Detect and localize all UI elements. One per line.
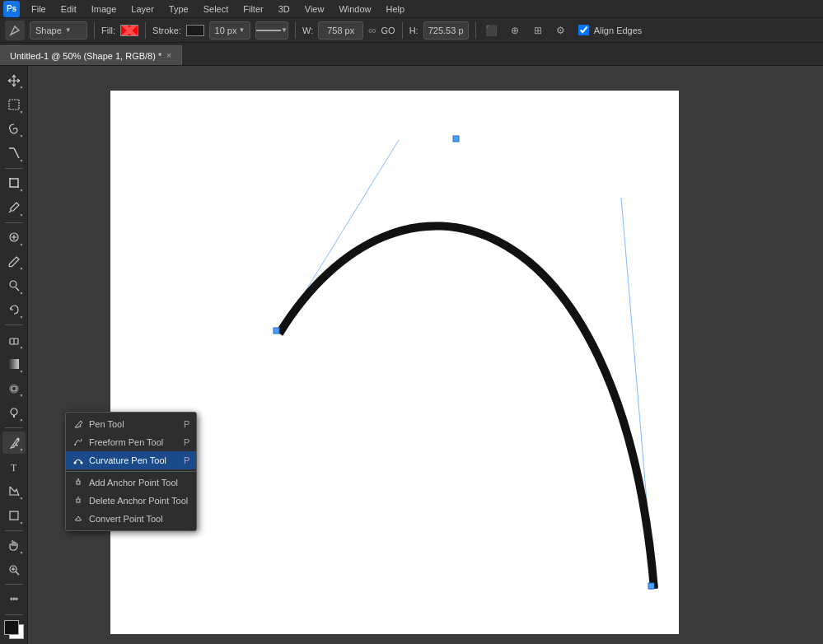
brush-tool-btn[interactable]: ▼ xyxy=(2,250,26,273)
corner-arrow: ▼ xyxy=(20,110,24,114)
svg-rect-31 xyxy=(77,481,80,484)
convert-point-menu-item[interactable]: Convert Point Tool xyxy=(66,510,196,528)
menu-type[interactable]: Type xyxy=(162,2,195,16)
svg-line-24 xyxy=(621,198,654,589)
svg-rect-25 xyxy=(274,328,279,334)
corner-arrow: ▼ xyxy=(20,393,24,398)
crop-tool-btn[interactable]: ▼ xyxy=(2,172,26,194)
corner-arrow: ▼ xyxy=(20,188,24,193)
stroke-style-picker[interactable]: ▼ xyxy=(255,21,288,40)
freeform-pen-icon xyxy=(72,436,84,448)
svg-rect-34 xyxy=(77,499,80,502)
align-edges-label[interactable]: Align Edges xyxy=(594,26,643,35)
eraser-tool-btn[interactable]: ▼ xyxy=(2,329,26,351)
context-menu: Pen Tool P Freeform Pen Tool P Curvature… xyxy=(65,412,197,531)
additional-options-btn[interactable]: ⚙ xyxy=(552,21,570,40)
gradient-tool-btn[interactable]: ▼ xyxy=(2,353,26,376)
menu-help[interactable]: Help xyxy=(380,2,412,16)
corner-arrow: ▼ xyxy=(20,520,24,525)
corner-arrow: ▼ xyxy=(20,447,24,452)
dodge-tool-btn[interactable]: ▼ xyxy=(2,401,26,423)
svg-line-4 xyxy=(9,211,11,212)
menu-window[interactable]: Window xyxy=(332,2,377,16)
foreground-color-box[interactable] xyxy=(4,620,19,635)
magic-wand-tool-btn[interactable]: ▼ xyxy=(2,142,26,164)
svg-rect-18 xyxy=(10,511,18,520)
pen-tool-menu-item[interactable]: Pen Tool P xyxy=(66,415,196,433)
svg-line-20 xyxy=(16,572,19,575)
corner-arrow: ▼ xyxy=(20,550,24,555)
width-value[interactable]: 758 px xyxy=(318,21,363,40)
options-sep-1 xyxy=(94,22,95,39)
link-dimensions-icon[interactable]: ∞ xyxy=(368,24,376,36)
pen-tool-btn[interactable]: ▼ xyxy=(2,432,26,454)
corner-arrow: ▼ xyxy=(20,418,24,422)
menu-file[interactable]: File xyxy=(25,2,53,16)
curvature-pen-menu-item[interactable]: Curvature Pen Tool P xyxy=(66,451,196,469)
more-tools-btn[interactable]: ••• xyxy=(2,588,26,610)
pen-icon xyxy=(72,418,84,430)
menu-select[interactable]: Select xyxy=(197,2,236,16)
menu-edit[interactable]: Edit xyxy=(54,2,83,16)
corner-arrow: ▼ xyxy=(20,242,24,247)
ps-logo: Ps xyxy=(3,1,20,17)
shape-mode-dropdown[interactable]: Shape ▼ xyxy=(30,21,87,40)
convert-point-label: Convert Point Tool xyxy=(89,514,163,524)
eyedropper-tool-btn[interactable]: ▼ xyxy=(2,196,26,218)
fill-color-swatch[interactable] xyxy=(120,25,138,36)
svg-line-23 xyxy=(279,140,399,334)
svg-rect-26 xyxy=(453,136,459,142)
stroke-width-input[interactable]: 10 px ▼ xyxy=(209,21,250,40)
history-brush-btn[interactable]: ▼ xyxy=(2,299,26,321)
svg-line-2 xyxy=(14,148,19,158)
selection-tool-btn[interactable]: ▼ xyxy=(2,93,26,115)
shape-tool-btn[interactable]: ▼ xyxy=(2,504,26,526)
toolbar-sep-2 xyxy=(5,222,23,223)
document-tab[interactable]: Untitled-1 @ 50% (Shape 1, RGB/8) * × xyxy=(0,45,182,65)
freeform-pen-menu-item[interactable]: Freeform Pen Tool P xyxy=(66,433,196,451)
text-tool-btn[interactable]: T xyxy=(2,455,26,478)
toolbar-sep-6 xyxy=(5,584,23,585)
options-sep-4 xyxy=(402,22,403,39)
curvature-pen-label: Curvature Pen Tool xyxy=(89,455,166,465)
canvas-area[interactable]: Pen Tool P Freeform Pen Tool P Curvature… xyxy=(28,66,823,644)
svg-point-28 xyxy=(74,444,76,446)
align-distribute-btn[interactable]: ⬛ xyxy=(483,21,501,40)
delete-anchor-menu-item[interactable]: Delete Anchor Point Tool xyxy=(66,492,196,510)
menu-bar: Ps File Edit Image Layer Type Select Fil… xyxy=(0,0,823,18)
menu-layer[interactable]: Layer xyxy=(124,2,161,16)
align-edges-checkbox[interactable] xyxy=(578,25,589,35)
height-value[interactable]: 725.53 p xyxy=(423,21,469,40)
options-sep-2 xyxy=(145,22,146,39)
healing-brush-btn[interactable]: ▼ xyxy=(2,226,26,249)
zoom-tool-btn[interactable] xyxy=(2,558,26,581)
menu-filter[interactable]: Filter xyxy=(236,2,269,16)
menu-view[interactable]: View xyxy=(298,2,331,16)
toolbar-sep-5 xyxy=(5,530,23,531)
path-select-btn[interactable]: ▼ xyxy=(2,480,26,502)
clone-stamp-btn[interactable]: ▼ xyxy=(2,274,26,296)
lasso-tool-btn[interactable]: ▼ xyxy=(2,118,26,140)
path-operations-btn[interactable]: ⊕ xyxy=(506,21,524,40)
tab-close-btn[interactable]: × xyxy=(166,51,171,60)
path-arrangement-btn[interactable]: ⊞ xyxy=(529,21,547,40)
blur-tool-btn[interactable]: ▼ xyxy=(2,377,26,399)
move-tool-btn[interactable]: ▼ xyxy=(2,69,26,91)
foreground-background-colors[interactable] xyxy=(2,618,26,641)
options-bar: Shape ▼ Fill: Stroke: 10 px ▼ ▼ W: 758 p… xyxy=(0,18,823,43)
toolbar-sep-4 xyxy=(5,427,23,428)
add-anchor-menu-item[interactable]: Add Anchor Point Tool xyxy=(66,474,196,492)
fill-label: Fill: xyxy=(101,26,115,35)
tool-preset-picker[interactable] xyxy=(5,21,25,40)
hand-tool-btn[interactable]: ▼ xyxy=(2,534,26,557)
svg-rect-1 xyxy=(9,100,19,110)
corner-arrow: ▼ xyxy=(20,212,24,217)
curvature-shortcut: P xyxy=(184,455,189,465)
stroke-color-swatch[interactable] xyxy=(186,25,204,36)
corner-arrow: ▼ xyxy=(20,496,24,501)
corner-arrow: ▼ xyxy=(20,315,24,320)
menu-3d[interactable]: 3D xyxy=(272,2,297,16)
options-sep-5 xyxy=(475,22,476,39)
freeform-pen-label: Freeform Pen Tool xyxy=(89,437,163,447)
menu-image[interactable]: Image xyxy=(85,2,124,16)
